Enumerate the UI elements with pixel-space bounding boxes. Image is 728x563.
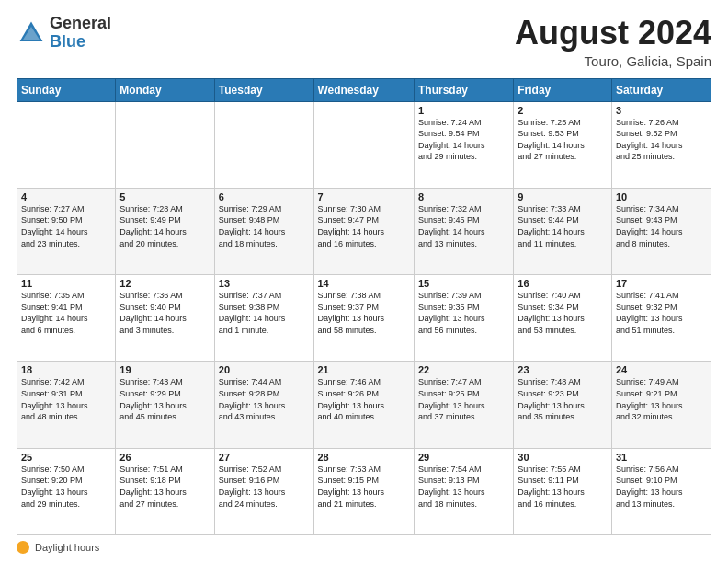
calendar-cell: 15Sunrise: 7:39 AM Sunset: 9:35 PM Dayli… bbox=[414, 275, 513, 362]
day-number: 28 bbox=[318, 452, 410, 463]
title-block: August 2024 Touro, Galicia, Spain bbox=[515, 15, 711, 69]
weekday-header-monday: Monday bbox=[116, 78, 214, 101]
day-info: Sunrise: 7:30 AM Sunset: 9:47 PM Dayligh… bbox=[318, 203, 410, 249]
calendar-cell: 3Sunrise: 7:26 AM Sunset: 9:52 PM Daylig… bbox=[611, 101, 711, 188]
header: General Blue August 2024 Touro, Galicia,… bbox=[17, 15, 711, 69]
calendar-cell bbox=[116, 101, 214, 188]
day-number: 13 bbox=[219, 278, 310, 289]
calendar-cell: 12Sunrise: 7:36 AM Sunset: 9:40 PM Dayli… bbox=[116, 275, 214, 362]
day-info: Sunrise: 7:32 AM Sunset: 9:45 PM Dayligh… bbox=[418, 203, 509, 249]
calendar-cell: 1Sunrise: 7:24 AM Sunset: 9:54 PM Daylig… bbox=[414, 101, 513, 188]
calendar-week-row: 18Sunrise: 7:42 AM Sunset: 9:31 PM Dayli… bbox=[17, 362, 711, 448]
day-number: 26 bbox=[119, 452, 210, 463]
day-number: 14 bbox=[318, 278, 410, 289]
day-info: Sunrise: 7:42 AM Sunset: 9:31 PM Dayligh… bbox=[21, 376, 111, 422]
day-info: Sunrise: 7:52 AM Sunset: 9:16 PM Dayligh… bbox=[219, 464, 310, 510]
calendar-cell bbox=[214, 101, 313, 188]
day-info: Sunrise: 7:40 AM Sunset: 9:34 PM Dayligh… bbox=[518, 290, 608, 336]
day-info: Sunrise: 7:29 AM Sunset: 9:48 PM Dayligh… bbox=[219, 203, 310, 249]
day-number: 31 bbox=[616, 452, 707, 463]
calendar-cell: 22Sunrise: 7:47 AM Sunset: 9:25 PM Dayli… bbox=[414, 362, 513, 448]
calendar-cell: 28Sunrise: 7:53 AM Sunset: 9:15 PM Dayli… bbox=[313, 448, 414, 534]
day-number: 24 bbox=[616, 364, 707, 375]
calendar-cell: 7Sunrise: 7:30 AM Sunset: 9:47 PM Daylig… bbox=[313, 188, 414, 274]
calendar-week-row: 25Sunrise: 7:50 AM Sunset: 9:20 PM Dayli… bbox=[17, 448, 711, 534]
day-info: Sunrise: 7:33 AM Sunset: 9:44 PM Dayligh… bbox=[518, 203, 608, 249]
calendar-cell: 31Sunrise: 7:56 AM Sunset: 9:10 PM Dayli… bbox=[611, 448, 711, 534]
calendar-table: SundayMondayTuesdayWednesdayThursdayFrid… bbox=[17, 78, 711, 535]
calendar-cell: 14Sunrise: 7:38 AM Sunset: 9:37 PM Dayli… bbox=[313, 275, 414, 362]
day-info: Sunrise: 7:51 AM Sunset: 9:18 PM Dayligh… bbox=[119, 464, 210, 510]
day-info: Sunrise: 7:34 AM Sunset: 9:43 PM Dayligh… bbox=[616, 203, 707, 249]
logo-icon bbox=[17, 18, 46, 48]
day-info: Sunrise: 7:43 AM Sunset: 9:29 PM Dayligh… bbox=[119, 376, 210, 422]
day-info: Sunrise: 7:49 AM Sunset: 9:21 PM Dayligh… bbox=[616, 376, 707, 422]
calendar-week-row: 11Sunrise: 7:35 AM Sunset: 9:41 PM Dayli… bbox=[17, 275, 711, 362]
day-number: 9 bbox=[518, 191, 608, 202]
calendar-cell: 4Sunrise: 7:27 AM Sunset: 9:50 PM Daylig… bbox=[17, 188, 116, 274]
day-number: 4 bbox=[21, 191, 111, 202]
day-info: Sunrise: 7:54 AM Sunset: 9:13 PM Dayligh… bbox=[418, 464, 509, 510]
day-number: 2 bbox=[518, 105, 608, 116]
weekday-header-sunday: Sunday bbox=[17, 78, 116, 101]
calendar-cell: 18Sunrise: 7:42 AM Sunset: 9:31 PM Dayli… bbox=[17, 362, 116, 448]
calendar-cell: 10Sunrise: 7:34 AM Sunset: 9:43 PM Dayli… bbox=[611, 188, 711, 274]
day-info: Sunrise: 7:44 AM Sunset: 9:28 PM Dayligh… bbox=[219, 376, 310, 422]
page: General Blue August 2024 Touro, Galicia,… bbox=[0, 0, 728, 563]
calendar-cell bbox=[17, 101, 116, 188]
day-info: Sunrise: 7:50 AM Sunset: 9:20 PM Dayligh… bbox=[21, 464, 111, 510]
day-number: 15 bbox=[418, 278, 509, 289]
daylight-label: Daylight hours bbox=[35, 542, 99, 553]
logo-general-text: General bbox=[50, 15, 111, 33]
day-info: Sunrise: 7:24 AM Sunset: 9:54 PM Dayligh… bbox=[418, 117, 509, 163]
logo-blue-text: Blue bbox=[50, 33, 111, 52]
day-info: Sunrise: 7:27 AM Sunset: 9:50 PM Dayligh… bbox=[21, 203, 111, 249]
calendar-cell: 20Sunrise: 7:44 AM Sunset: 9:28 PM Dayli… bbox=[214, 362, 313, 448]
calendar-cell: 5Sunrise: 7:28 AM Sunset: 9:49 PM Daylig… bbox=[116, 188, 214, 274]
sun-icon bbox=[17, 541, 29, 554]
calendar-week-row: 1Sunrise: 7:24 AM Sunset: 9:54 PM Daylig… bbox=[17, 101, 711, 188]
calendar-cell: 26Sunrise: 7:51 AM Sunset: 9:18 PM Dayli… bbox=[116, 448, 214, 534]
day-number: 5 bbox=[119, 191, 210, 202]
weekday-header-saturday: Saturday bbox=[611, 78, 711, 101]
calendar-cell bbox=[313, 101, 414, 188]
calendar-cell: 25Sunrise: 7:50 AM Sunset: 9:20 PM Dayli… bbox=[17, 448, 116, 534]
weekday-header-wednesday: Wednesday bbox=[313, 78, 414, 101]
day-info: Sunrise: 7:53 AM Sunset: 9:15 PM Dayligh… bbox=[318, 464, 410, 510]
day-number: 21 bbox=[318, 364, 410, 375]
day-info: Sunrise: 7:35 AM Sunset: 9:41 PM Dayligh… bbox=[21, 290, 111, 336]
day-number: 10 bbox=[616, 191, 707, 202]
day-number: 27 bbox=[219, 452, 310, 463]
calendar-cell: 6Sunrise: 7:29 AM Sunset: 9:48 PM Daylig… bbox=[214, 188, 313, 274]
day-number: 29 bbox=[418, 452, 509, 463]
day-info: Sunrise: 7:41 AM Sunset: 9:32 PM Dayligh… bbox=[616, 290, 707, 336]
day-info: Sunrise: 7:38 AM Sunset: 9:37 PM Dayligh… bbox=[318, 290, 410, 336]
calendar-cell: 9Sunrise: 7:33 AM Sunset: 9:44 PM Daylig… bbox=[514, 188, 612, 274]
calendar-header-row: SundayMondayTuesdayWednesdayThursdayFrid… bbox=[17, 78, 711, 101]
logo: General Blue bbox=[17, 15, 111, 52]
calendar-week-row: 4Sunrise: 7:27 AM Sunset: 9:50 PM Daylig… bbox=[17, 188, 711, 274]
weekday-header-thursday: Thursday bbox=[414, 78, 513, 101]
day-number: 20 bbox=[219, 364, 310, 375]
calendar-cell: 2Sunrise: 7:25 AM Sunset: 9:53 PM Daylig… bbox=[514, 101, 612, 188]
day-number: 6 bbox=[219, 191, 310, 202]
day-info: Sunrise: 7:56 AM Sunset: 9:10 PM Dayligh… bbox=[616, 464, 707, 510]
title-month: August 2024 bbox=[515, 15, 711, 52]
day-number: 17 bbox=[616, 278, 707, 289]
calendar-cell: 16Sunrise: 7:40 AM Sunset: 9:34 PM Dayli… bbox=[514, 275, 612, 362]
calendar-cell: 27Sunrise: 7:52 AM Sunset: 9:16 PM Dayli… bbox=[214, 448, 313, 534]
day-info: Sunrise: 7:55 AM Sunset: 9:11 PM Dayligh… bbox=[518, 464, 608, 510]
day-number: 23 bbox=[518, 364, 608, 375]
weekday-header-tuesday: Tuesday bbox=[214, 78, 313, 101]
calendar-cell: 11Sunrise: 7:35 AM Sunset: 9:41 PM Dayli… bbox=[17, 275, 116, 362]
calendar-cell: 8Sunrise: 7:32 AM Sunset: 9:45 PM Daylig… bbox=[414, 188, 513, 274]
calendar-cell: 30Sunrise: 7:55 AM Sunset: 9:11 PM Dayli… bbox=[514, 448, 612, 534]
day-number: 22 bbox=[418, 364, 509, 375]
day-info: Sunrise: 7:26 AM Sunset: 9:52 PM Dayligh… bbox=[616, 117, 707, 163]
day-number: 30 bbox=[518, 452, 608, 463]
day-info: Sunrise: 7:39 AM Sunset: 9:35 PM Dayligh… bbox=[418, 290, 509, 336]
day-info: Sunrise: 7:47 AM Sunset: 9:25 PM Dayligh… bbox=[418, 376, 509, 422]
calendar-cell: 29Sunrise: 7:54 AM Sunset: 9:13 PM Dayli… bbox=[414, 448, 513, 534]
day-number: 19 bbox=[119, 364, 210, 375]
day-info: Sunrise: 7:36 AM Sunset: 9:40 PM Dayligh… bbox=[119, 290, 210, 336]
